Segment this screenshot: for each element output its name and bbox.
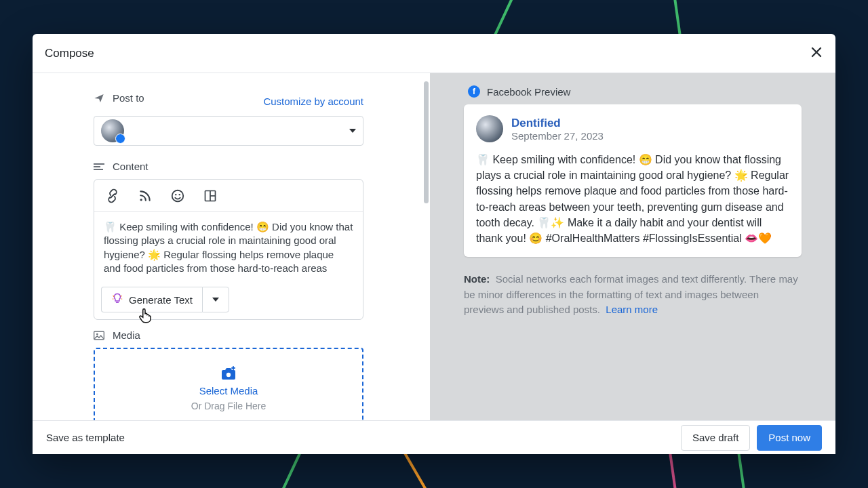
media-dropzone[interactable]: Select Media Or Drag File Here xyxy=(94,348,363,420)
modal-header: Compose xyxy=(33,34,835,73)
modal-title: Compose xyxy=(45,47,94,60)
preview-card: Dentified September 27, 2023 🦷 Keep smil… xyxy=(464,104,802,257)
close-button[interactable] xyxy=(810,45,823,62)
content-card: Generate Text xyxy=(94,179,363,320)
content-toolbar xyxy=(94,180,363,212)
modal-body: Post to Customize by account Content xyxy=(33,73,835,420)
content-label: Content xyxy=(113,161,149,172)
layout-button[interactable] xyxy=(203,188,218,203)
image-icon xyxy=(94,331,104,340)
chevron-down-icon xyxy=(349,129,356,133)
link-button[interactable] xyxy=(105,188,120,203)
layout-icon xyxy=(203,189,217,203)
rss-button[interactable] xyxy=(138,188,153,203)
generate-text-dropdown[interactable] xyxy=(202,287,229,312)
post-now-button[interactable]: Post now xyxy=(757,425,822,451)
emoji-button[interactable] xyxy=(170,188,185,203)
scrollbar[interactable] xyxy=(424,81,429,203)
svg-point-3 xyxy=(179,193,180,195)
preview-date: September 27, 2023 xyxy=(511,130,604,142)
lightbulb-icon xyxy=(111,293,123,307)
modal-footer: Save as template Save draft Post now xyxy=(33,420,835,454)
media-label-group: Media xyxy=(94,329,363,341)
preview-body: 🦷 Keep smiling with confidence! 😁 Did yo… xyxy=(464,142,802,246)
preview-account-name: Dentified xyxy=(511,117,604,130)
preview-title: Facebook Preview xyxy=(487,86,570,98)
generate-row: Generate Text xyxy=(94,280,363,319)
preview-card-header: Dentified September 27, 2023 xyxy=(464,104,802,142)
account-avatar xyxy=(101,119,124,142)
svg-point-2 xyxy=(175,193,176,195)
customize-by-account-link[interactable]: Customize by account xyxy=(263,96,363,107)
facebook-badge-icon xyxy=(115,134,125,144)
svg-point-0 xyxy=(140,199,142,201)
post-to-row: Post to Customize by account xyxy=(94,92,363,110)
preview-panel: f Facebook Preview Dentified September 2… xyxy=(430,73,835,420)
link-icon xyxy=(105,188,120,203)
send-icon xyxy=(94,93,104,104)
preview-note: Note: Social networks each format images… xyxy=(464,272,802,318)
note-label: Note: xyxy=(464,273,490,285)
media-label: Media xyxy=(113,329,140,341)
content-textarea[interactable] xyxy=(94,212,363,277)
svg-point-1 xyxy=(172,190,184,201)
preview-header: f Facebook Preview xyxy=(468,85,802,98)
content-label-group: Content xyxy=(94,161,363,172)
generate-text-label: Generate Text xyxy=(129,294,193,306)
rss-icon xyxy=(138,189,152,203)
save-draft-button[interactable]: Save draft xyxy=(681,425,750,451)
account-selector[interactable] xyxy=(94,116,363,146)
camera-add-icon xyxy=(220,366,237,381)
close-icon xyxy=(810,45,823,59)
post-to-label: Post to xyxy=(113,92,144,104)
compose-form: Post to Customize by account Content xyxy=(33,73,430,420)
post-to-label-group: Post to xyxy=(94,92,144,104)
footer-actions: Save draft Post now xyxy=(681,425,822,451)
drag-file-label: Or Drag File Here xyxy=(191,401,266,411)
text-icon xyxy=(94,163,104,171)
svg-point-9 xyxy=(226,372,231,376)
chevron-down-icon xyxy=(212,298,219,302)
compose-scroll[interactable]: Post to Customize by account Content xyxy=(33,73,425,420)
emoji-icon xyxy=(170,188,185,203)
preview-avatar xyxy=(476,115,503,142)
svg-point-8 xyxy=(96,333,98,335)
facebook-icon: f xyxy=(468,85,480,98)
select-media-label: Select Media xyxy=(199,385,258,396)
compose-modal: Compose Post to Customize by account xyxy=(33,34,835,454)
learn-more-link[interactable]: Learn more xyxy=(606,304,658,315)
generate-text-button[interactable]: Generate Text xyxy=(101,287,202,312)
save-as-template-button[interactable]: Save as template xyxy=(46,432,125,443)
